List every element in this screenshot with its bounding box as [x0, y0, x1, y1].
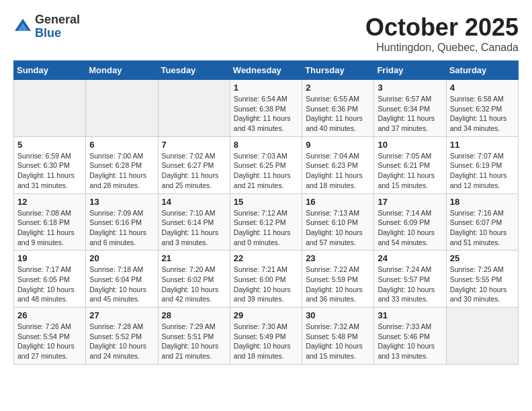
calendar-cell: 31Sunrise: 7:33 AM Sunset: 5:46 PM Dayli… [374, 308, 446, 365]
day-info: Sunrise: 7:07 AM Sunset: 6:19 PM Dayligh… [450, 151, 515, 191]
day-info: Sunrise: 7:04 AM Sunset: 6:23 PM Dayligh… [306, 151, 370, 191]
day-number: 22 [234, 253, 298, 263]
day-number: 8 [234, 140, 298, 150]
day-number: 6 [89, 140, 154, 150]
day-info: Sunrise: 7:08 AM Sunset: 6:18 PM Dayligh… [17, 208, 82, 248]
calendar-cell [86, 80, 158, 137]
day-number: 11 [450, 140, 515, 150]
logo: General Blue [13, 13, 80, 40]
day-number: 15 [234, 197, 298, 207]
calendar-cell: 9Sunrise: 7:04 AM Sunset: 6:23 PM Daylig… [302, 136, 374, 193]
calendar: SundayMondayTuesdayWednesdayThursdayFrid… [13, 60, 519, 365]
weekday-header: Wednesday [230, 61, 302, 80]
day-info: Sunrise: 6:57 AM Sunset: 6:34 PM Dayligh… [378, 94, 442, 134]
weekday-header: Tuesday [158, 61, 230, 80]
day-number: 18 [450, 197, 515, 207]
day-info: Sunrise: 6:54 AM Sunset: 6:38 PM Dayligh… [234, 94, 298, 134]
day-info: Sunrise: 7:25 AM Sunset: 5:55 PM Dayligh… [450, 265, 515, 304]
day-number: 14 [162, 197, 226, 207]
day-info: Sunrise: 7:30 AM Sunset: 5:49 PM Dayligh… [234, 322, 298, 361]
calendar-cell [158, 80, 230, 137]
day-info: Sunrise: 7:05 AM Sunset: 6:21 PM Dayligh… [378, 151, 442, 191]
day-number: 10 [378, 140, 442, 150]
calendar-cell: 23Sunrise: 7:22 AM Sunset: 5:59 PM Dayli… [302, 250, 374, 308]
calendar-cell: 19Sunrise: 7:17 AM Sunset: 6:05 PM Dayli… [14, 250, 86, 308]
day-info: Sunrise: 7:32 AM Sunset: 5:48 PM Dayligh… [306, 322, 370, 361]
calendar-week-row: 19Sunrise: 7:17 AM Sunset: 6:05 PM Dayli… [14, 250, 519, 308]
calendar-cell: 7Sunrise: 7:02 AM Sunset: 6:27 PM Daylig… [158, 136, 230, 193]
day-number: 3 [378, 83, 442, 93]
calendar-cell: 21Sunrise: 7:20 AM Sunset: 6:02 PM Dayli… [158, 250, 230, 308]
calendar-cell: 17Sunrise: 7:14 AM Sunset: 6:09 PM Dayli… [374, 193, 446, 250]
day-info: Sunrise: 7:26 AM Sunset: 5:54 PM Dayligh… [17, 322, 82, 361]
month-title: October 2025 [365, 13, 519, 42]
logo-icon [13, 17, 32, 36]
day-number: 20 [89, 253, 154, 263]
calendar-cell: 24Sunrise: 7:24 AM Sunset: 5:57 PM Dayli… [374, 250, 446, 308]
calendar-cell: 20Sunrise: 7:18 AM Sunset: 6:04 PM Dayli… [86, 250, 158, 308]
calendar-cell: 22Sunrise: 7:21 AM Sunset: 6:00 PM Dayli… [230, 250, 302, 308]
day-info: Sunrise: 7:10 AM Sunset: 6:14 PM Dayligh… [162, 208, 226, 248]
calendar-cell: 30Sunrise: 7:32 AM Sunset: 5:48 PM Dayli… [302, 308, 374, 365]
calendar-cell: 11Sunrise: 7:07 AM Sunset: 6:19 PM Dayli… [446, 136, 518, 193]
logo-text: General Blue [35, 13, 80, 40]
day-number: 2 [306, 83, 370, 93]
calendar-cell: 4Sunrise: 6:58 AM Sunset: 6:32 PM Daylig… [446, 80, 518, 137]
calendar-cell [14, 80, 86, 137]
calendar-cell: 10Sunrise: 7:05 AM Sunset: 6:21 PM Dayli… [374, 136, 446, 193]
weekday-header: Saturday [446, 61, 518, 80]
calendar-cell: 12Sunrise: 7:08 AM Sunset: 6:18 PM Dayli… [14, 193, 86, 250]
day-info: Sunrise: 7:09 AM Sunset: 6:16 PM Dayligh… [89, 208, 154, 248]
day-number: 25 [450, 253, 515, 263]
calendar-cell [446, 308, 518, 365]
calendar-week-row: 26Sunrise: 7:26 AM Sunset: 5:54 PM Dayli… [14, 308, 519, 365]
day-number: 31 [378, 310, 442, 320]
calendar-cell: 26Sunrise: 7:26 AM Sunset: 5:54 PM Dayli… [14, 308, 86, 365]
calendar-cell: 14Sunrise: 7:10 AM Sunset: 6:14 PM Dayli… [158, 193, 230, 250]
day-info: Sunrise: 7:12 AM Sunset: 6:12 PM Dayligh… [234, 208, 298, 248]
weekday-header: Thursday [302, 61, 374, 80]
title-section: October 2025 Huntingdon, Quebec, Canada [365, 13, 519, 54]
day-number: 21 [162, 253, 226, 263]
day-number: 19 [17, 253, 82, 263]
calendar-cell: 15Sunrise: 7:12 AM Sunset: 6:12 PM Dayli… [230, 193, 302, 250]
day-info: Sunrise: 7:14 AM Sunset: 6:09 PM Dayligh… [378, 208, 442, 248]
calendar-week-row: 1Sunrise: 6:54 AM Sunset: 6:38 PM Daylig… [14, 80, 519, 137]
day-info: Sunrise: 7:13 AM Sunset: 6:10 PM Dayligh… [306, 208, 370, 248]
weekday-header: Monday [86, 61, 158, 80]
calendar-cell: 2Sunrise: 6:55 AM Sunset: 6:36 PM Daylig… [302, 80, 374, 137]
day-info: Sunrise: 7:17 AM Sunset: 6:05 PM Dayligh… [17, 265, 82, 304]
day-info: Sunrise: 6:58 AM Sunset: 6:32 PM Dayligh… [450, 94, 515, 134]
day-info: Sunrise: 7:03 AM Sunset: 6:25 PM Dayligh… [234, 151, 298, 191]
calendar-cell: 5Sunrise: 6:59 AM Sunset: 6:30 PM Daylig… [14, 136, 86, 193]
calendar-cell: 3Sunrise: 6:57 AM Sunset: 6:34 PM Daylig… [374, 80, 446, 137]
day-number: 17 [378, 197, 442, 207]
day-info: Sunrise: 7:24 AM Sunset: 5:57 PM Dayligh… [378, 265, 442, 304]
calendar-cell: 25Sunrise: 7:25 AM Sunset: 5:55 PM Dayli… [446, 250, 518, 308]
calendar-cell: 29Sunrise: 7:30 AM Sunset: 5:49 PM Dayli… [230, 308, 302, 365]
page-header: General Blue October 2025 Huntingdon, Qu… [13, 13, 519, 54]
day-number: 1 [234, 83, 298, 93]
logo-blue: Blue [35, 27, 80, 40]
day-number: 24 [378, 253, 442, 263]
calendar-cell: 1Sunrise: 6:54 AM Sunset: 6:38 PM Daylig… [230, 80, 302, 137]
calendar-week-row: 12Sunrise: 7:08 AM Sunset: 6:18 PM Dayli… [14, 193, 519, 250]
day-info: Sunrise: 7:00 AM Sunset: 6:28 PM Dayligh… [89, 151, 154, 191]
calendar-cell: 28Sunrise: 7:29 AM Sunset: 5:51 PM Dayli… [158, 308, 230, 365]
day-number: 4 [450, 83, 515, 93]
day-number: 9 [306, 140, 370, 150]
day-number: 5 [17, 140, 82, 150]
day-number: 12 [17, 197, 82, 207]
day-info: Sunrise: 7:22 AM Sunset: 5:59 PM Dayligh… [306, 265, 370, 304]
day-info: Sunrise: 7:20 AM Sunset: 6:02 PM Dayligh… [162, 265, 226, 304]
day-number: 30 [306, 310, 370, 320]
day-info: Sunrise: 6:55 AM Sunset: 6:36 PM Dayligh… [306, 94, 370, 134]
calendar-header: SundayMondayTuesdayWednesdayThursdayFrid… [14, 61, 519, 80]
calendar-cell: 13Sunrise: 7:09 AM Sunset: 6:16 PM Dayli… [86, 193, 158, 250]
weekday-header: Sunday [14, 61, 86, 80]
weekday-row: SundayMondayTuesdayWednesdayThursdayFrid… [14, 61, 519, 80]
calendar-cell: 8Sunrise: 7:03 AM Sunset: 6:25 PM Daylig… [230, 136, 302, 193]
day-number: 26 [17, 310, 82, 320]
day-info: Sunrise: 7:16 AM Sunset: 6:07 PM Dayligh… [450, 208, 515, 248]
day-info: Sunrise: 7:21 AM Sunset: 6:00 PM Dayligh… [234, 265, 298, 304]
